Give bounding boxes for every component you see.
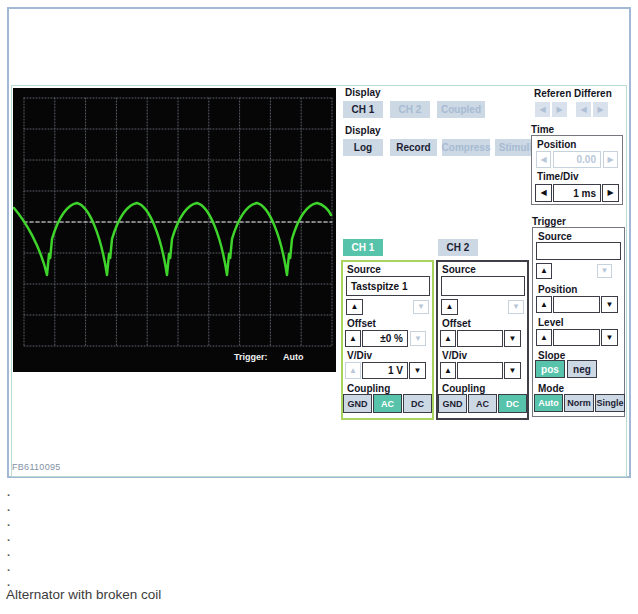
trigger-position-up-button[interactable]: ▲ [536,296,552,313]
display-ch1-button[interactable]: CH 1 [343,101,383,118]
ch1-vdiv-up-button: ▲ [345,362,361,379]
ch1-vdiv-field[interactable]: 1 V [362,362,408,379]
ch1-offset-down-button: ▼ [410,331,426,346]
ch1-vdiv-label: V/Div [347,350,372,361]
ch1-tab[interactable]: CH 1 [343,239,383,256]
reference-right-icon: ▶ [552,102,567,117]
ch2-source-down-button: ▼ [508,300,524,314]
ch2-vdiv-label: V/Div [442,350,467,361]
ch2-ac-button[interactable]: AC [468,394,497,413]
trigger-mode-label: Mode [538,383,564,394]
time-position-field: 0.00 [553,151,601,168]
mode-single-button[interactable]: Single [595,394,625,412]
trigger-level-down-button[interactable]: ▼ [601,329,618,346]
compress-button: Compress [442,139,490,156]
oscilloscope-display: Trigger: Auto [13,88,336,372]
display-channels-label: Display [345,87,381,98]
slope-neg-button[interactable]: neg [567,360,597,378]
slope-pos-button[interactable]: pos [535,360,565,378]
reference-left-icon: ◀ [535,102,550,117]
time-position-left-button: ◀ [536,151,551,168]
ch1-vdiv-down-button[interactable]: ▼ [409,362,426,379]
trigger-position-field[interactable] [553,296,600,313]
mode-auto-button[interactable]: Auto [534,394,563,412]
time-position-label: Position [537,139,576,150]
ch1-coupling-label: Coupling [347,383,390,394]
ch1-source-up-button[interactable]: ▲ [346,299,363,315]
ch1-source-down-button: ▼ [413,300,429,314]
waveform-canvas [13,88,336,372]
ch2-source-up-button[interactable]: ▲ [441,299,458,315]
trigger-status-value: Auto [283,352,304,362]
difference-right-icon: ▶ [593,102,608,117]
ch1-dc-button[interactable]: DC [403,394,432,413]
caption: Alternator with broken coil [6,587,161,602]
mode-norm-button[interactable]: Norm [564,394,594,412]
trigger-status-label: Trigger: [234,352,268,362]
timediv-label: Time/Div [537,171,579,182]
reference-label: Referen [534,88,571,99]
dots-column: ....... [7,486,10,591]
ch2-offset-down-button[interactable]: ▼ [504,330,521,347]
difference-label: Differen [574,88,612,99]
ch1-offset-up-button[interactable]: ▲ [345,330,361,347]
ch1-offset-field[interactable]: ±0 % [362,330,408,347]
ch2-source-label: Source [442,264,476,275]
record-button[interactable]: Record [390,139,437,156]
trigger-source-down-button: ▼ [597,264,612,278]
ch1-offset-label: Offset [347,318,376,329]
ch2-offset-label: Offset [442,318,471,329]
display-ch2-button: CH 2 [390,101,430,118]
trigger-position-down-button[interactable]: ▼ [601,296,618,313]
timediv-field[interactable]: 1 ms [553,184,601,202]
time-label: Time [531,124,554,135]
ch1-gnd-button[interactable]: GND [343,394,372,413]
trigger-source-field[interactable] [536,242,621,260]
trigger-source-up-button[interactable]: ▲ [536,263,552,279]
trigger-level-field[interactable] [553,329,600,346]
ch2-vdiv-up-button[interactable]: ▲ [440,362,456,379]
ch2-gnd-button[interactable]: GND [438,394,467,413]
timediv-left-button[interactable]: ◀ [535,184,552,202]
ch2-offset-field[interactable] [457,330,503,347]
ch2-source-field[interactable] [441,276,525,296]
display-coupled-button: Coupled [437,101,485,118]
ch2-coupling-label: Coupling [442,383,485,394]
trigger-level-label: Level [538,317,564,328]
timediv-right-button[interactable]: ▶ [602,184,619,202]
trigger-level-up-button[interactable]: ▲ [536,329,552,346]
time-position-right-button: ▶ [603,151,618,168]
ch2-tab[interactable]: CH 2 [438,239,478,256]
figure-id: FB6110095 [12,462,61,472]
difference-left-icon: ◀ [576,102,591,117]
ch2-vdiv-down-button[interactable]: ▼ [504,362,521,379]
ch1-ac-button[interactable]: AC [373,394,402,413]
trigger-position-label: Position [538,284,577,295]
ch2-offset-up-button[interactable]: ▲ [440,330,456,347]
trigger-label: Trigger [532,216,566,227]
display-modes-label: Display [345,125,381,136]
ch1-source-field[interactable]: Tastspitze 1 [346,276,430,296]
ch2-dc-button[interactable]: DC [498,394,527,413]
ch1-source-label: Source [347,264,381,275]
stimuli-button: Stimuli [495,139,536,156]
trigger-source-label: Source [538,231,572,242]
ch2-vdiv-field[interactable] [457,362,503,379]
log-button[interactable]: Log [343,139,383,156]
page: Trigger: Auto Display CH 1 CH 2 Coupled … [0,0,638,614]
